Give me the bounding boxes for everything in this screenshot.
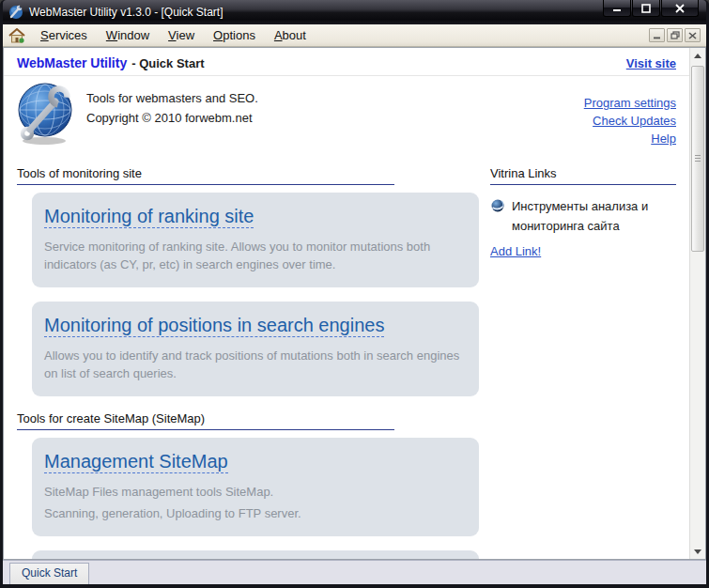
add-link[interactable]: Add Link! bbox=[490, 244, 541, 258]
copyright-text: Copyright © 2010 forwebm.net bbox=[86, 108, 258, 128]
menu-window[interactable]: Window bbox=[97, 26, 159, 44]
program-settings-link[interactable]: Program settings bbox=[584, 94, 676, 112]
card-sending-sitemap[interactable]: Sending SiteMap file to search engines bbox=[32, 550, 479, 559]
menu-about[interactable]: About bbox=[265, 26, 316, 44]
maximize-button[interactable] bbox=[632, 0, 660, 17]
arrow-down-icon bbox=[694, 549, 701, 554]
globe-wrench-logo bbox=[15, 81, 77, 147]
scroll-track[interactable] bbox=[690, 63, 705, 544]
scroll-thumb[interactable] bbox=[691, 66, 704, 252]
menu-services[interactable]: Services bbox=[31, 26, 97, 44]
content-area: WebMaster Utility - Quick Start Visit si… bbox=[3, 47, 706, 560]
app-name-label: WebMaster Utility bbox=[17, 55, 127, 70]
menu-view[interactable]: View bbox=[159, 26, 204, 44]
app-icon bbox=[8, 5, 23, 20]
content-columns: Tools of monitoring site Monitoring of r… bbox=[4, 153, 689, 559]
intro-section: Tools for webmasters and SEO. Copyright … bbox=[4, 76, 689, 153]
tagline-text: Tools for webmasters and SEO. bbox=[86, 88, 258, 108]
card-management-sitemap[interactable]: Management SiteMap SiteMap Files managem… bbox=[32, 438, 479, 536]
quick-links: Program settings Check Updates Help bbox=[584, 94, 676, 147]
page-title: - Quick Start bbox=[131, 56, 204, 70]
minimize-button[interactable] bbox=[603, 0, 631, 17]
page-header: WebMaster Utility - Quick Start Visit si… bbox=[4, 48, 689, 76]
vitrina-heading: Vitrina Links bbox=[490, 166, 676, 185]
window-title: WebMaster Utility v1.3.0 - [Quick Start] bbox=[29, 6, 223, 19]
scroll-viewport: WebMaster Utility - Quick Start Visit si… bbox=[4, 48, 689, 559]
mdi-window-controls bbox=[649, 28, 702, 42]
card-description: SiteMap Files management tools SiteMap. bbox=[44, 483, 464, 501]
card-monitoring-positions[interactable]: Monitoring of positions in search engine… bbox=[32, 302, 479, 396]
visit-site-link[interactable]: Visit site bbox=[626, 56, 676, 70]
card-title-link[interactable]: Monitoring of ranking site bbox=[44, 206, 254, 228]
arrow-up-icon bbox=[694, 54, 701, 58]
card-title-link[interactable]: Management SiteMap bbox=[44, 451, 228, 473]
tools-column: Tools of monitoring site Monitoring of r… bbox=[17, 153, 479, 559]
title-bar: WebMaster Utility v1.3.0 - [Quick Start] bbox=[3, 0, 706, 24]
tagline-block: Tools for webmasters and SEO. Copyright … bbox=[86, 88, 258, 147]
check-updates-link[interactable]: Check Updates bbox=[584, 112, 676, 130]
close-button[interactable] bbox=[661, 0, 699, 17]
scroll-up-button[interactable] bbox=[690, 48, 705, 63]
card-description: Service monitoring of ranking site. Allo… bbox=[44, 238, 464, 273]
section-heading-monitoring: Tools of monitoring site bbox=[17, 166, 394, 185]
card-description: Allows you to identify and track positio… bbox=[44, 347, 464, 382]
app-window: WebMaster Utility v1.3.0 - [Quick Start]… bbox=[0, 0, 709, 588]
tab-bar: Quick Start bbox=[3, 560, 706, 584]
window-controls bbox=[602, 0, 699, 17]
tab-quick-start[interactable]: Quick Start bbox=[9, 563, 89, 584]
vitrina-column: Vitrina Links bbox=[490, 153, 676, 559]
card-title-link[interactable]: Monitoring of positions in search engine… bbox=[44, 315, 384, 337]
menu-bar: Services Window View Options About bbox=[3, 24, 706, 47]
card-description-line2: Scanning, generation, Uploading to FTP s… bbox=[44, 504, 464, 522]
help-link[interactable]: Help bbox=[584, 130, 676, 147]
mdi-close-button[interactable] bbox=[685, 28, 701, 42]
menu-options[interactable]: Options bbox=[204, 26, 265, 44]
vitrina-link-label[interactable]: Инструменты анализа и мониторинга сайта bbox=[512, 196, 676, 236]
swirl-globe-icon bbox=[490, 198, 505, 213]
home-icon[interactable] bbox=[8, 28, 25, 43]
mdi-minimize-button[interactable] bbox=[649, 28, 665, 42]
scroll-down-button[interactable] bbox=[690, 544, 705, 559]
section-heading-sitemap: Tools for create SiteMap (SiteMap) bbox=[17, 411, 394, 430]
vertical-scrollbar[interactable] bbox=[689, 48, 705, 559]
card-monitoring-ranking[interactable]: Monitoring of ranking site Service monit… bbox=[32, 193, 479, 287]
mdi-restore-button[interactable] bbox=[667, 28, 683, 42]
vitrina-item[interactable]: Инструменты анализа и мониторинга сайта bbox=[490, 196, 676, 236]
